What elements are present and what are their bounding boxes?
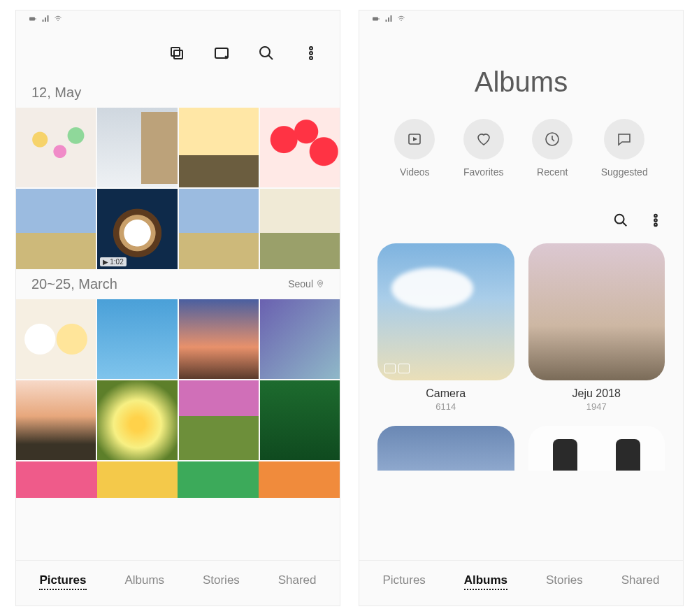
category-recent[interactable]: Recent [532, 119, 572, 178]
signal-icon [41, 15, 50, 23]
photo-thumb[interactable] [16, 299, 96, 379]
svg-rect-1 [36, 18, 36, 20]
date-header-1: 12, May [16, 78, 340, 108]
svg-line-17 [623, 222, 627, 227]
tab-stories[interactable]: Stories [203, 573, 240, 590]
tab-albums[interactable]: Albums [124, 573, 164, 590]
svg-point-9 [310, 57, 312, 59]
album-camera[interactable]: Camera 6114 [377, 243, 514, 412]
gif-icon[interactable] [212, 44, 231, 62]
photo-thumb[interactable] [97, 108, 177, 187]
wifi-icon [54, 15, 62, 23]
more-icon[interactable] [648, 213, 663, 231]
search-icon[interactable] [257, 44, 275, 62]
bottom-tabs: Pictures Albums Stories Shared [16, 560, 340, 606]
chat-icon [616, 131, 633, 148]
category-label: Suggested [601, 166, 648, 178]
photo-thumb[interactable] [16, 380, 96, 460]
heart-icon [475, 131, 492, 148]
svg-point-7 [310, 47, 312, 50]
album-title: Camera [426, 387, 466, 400]
photo-thumb[interactable] [97, 380, 177, 460]
signal-icon [384, 15, 393, 23]
photo-grid-1: ▶ 1:02 [16, 108, 340, 269]
album-count: 1947 [586, 401, 607, 412]
album-jeju[interactable]: Jeju 2018 1947 [528, 243, 665, 412]
svg-point-19 [654, 219, 657, 222]
category-suggested[interactable]: Suggested [601, 119, 648, 178]
photo-grid-2 [16, 299, 340, 499]
photo-thumb[interactable] [16, 108, 96, 187]
category-label: Videos [400, 166, 430, 178]
tab-shared[interactable]: Shared [621, 573, 660, 590]
page-title: Albums [359, 24, 683, 119]
tab-albums[interactable]: Albums [464, 573, 507, 590]
tab-stories[interactable]: Stories [546, 573, 583, 590]
category-favorites[interactable]: Favorites [463, 119, 504, 178]
date-header-2: 20~25, March Seoul [16, 269, 340, 299]
play-rect-icon [406, 131, 423, 148]
album-partial[interactable] [528, 426, 665, 471]
album-title: Jeju 2018 [572, 387, 621, 400]
wifi-icon [397, 15, 405, 23]
location-icon [316, 280, 324, 288]
svg-rect-3 [174, 50, 182, 59]
location-label: Seoul [288, 278, 324, 289]
category-videos[interactable]: Videos [394, 119, 435, 178]
photo-thumb[interactable] [260, 299, 340, 379]
album-count: 6114 [435, 401, 456, 412]
tab-pictures[interactable]: Pictures [39, 573, 86, 590]
photo-thumb[interactable] [260, 380, 340, 460]
svg-point-16 [615, 215, 624, 224]
tab-shared[interactable]: Shared [278, 573, 317, 590]
albums-toolbar [359, 206, 683, 243]
album-grid: Camera 6114 Jeju 2018 1947 [359, 243, 683, 412]
date-label: 12, May [31, 85, 81, 101]
photo-thumb[interactable] [16, 189, 96, 268]
svg-line-6 [268, 55, 273, 59]
photo-thumb[interactable] [179, 380, 259, 460]
svg-marker-14 [413, 137, 417, 141]
status-bar [359, 10, 683, 24]
more-icon[interactable] [302, 44, 320, 62]
album-grid-partial [359, 412, 683, 471]
status-bar [16, 10, 340, 24]
category-label: Favorites [463, 166, 504, 178]
date-label: 20~25, March [31, 276, 117, 292]
battery-icon [29, 15, 37, 23]
svg-point-5 [260, 47, 270, 57]
photo-thumb[interactable] [260, 108, 340, 187]
svg-rect-12 [379, 18, 380, 20]
phone-pictures: 12, May ▶ 1:02 20~25, March Seoul Pictur… [15, 10, 340, 606]
album-partial[interactable] [377, 426, 514, 471]
clock-icon [544, 131, 561, 148]
category-row: Videos Favorites Recent Suggested [359, 119, 683, 206]
battery-icon [372, 15, 380, 23]
svg-rect-0 [29, 17, 35, 21]
svg-point-20 [654, 224, 657, 227]
bottom-tabs: Pictures Albums Stories Shared [359, 560, 683, 606]
category-label: Recent [537, 166, 568, 178]
search-icon[interactable] [613, 213, 628, 231]
tab-pictures[interactable]: Pictures [382, 573, 425, 590]
phone-albums: Albums Videos Favorites Recent Suggested… [359, 10, 684, 606]
svg-rect-2 [171, 48, 180, 56]
photo-thumb[interactable] [97, 299, 177, 379]
svg-rect-11 [373, 17, 378, 21]
photo-thumb[interactable] [16, 461, 340, 498]
photo-thumb[interactable]: ▶ 1:02 [97, 189, 177, 268]
stack-icon[interactable] [168, 44, 186, 62]
svg-point-18 [654, 215, 657, 217]
photo-thumb[interactable] [179, 299, 259, 379]
photo-thumb[interactable] [179, 189, 259, 268]
photo-thumb[interactable] [260, 189, 340, 268]
album-type-badge [384, 364, 410, 373]
svg-point-10 [319, 282, 322, 285]
svg-point-8 [310, 52, 312, 55]
top-toolbar [16, 24, 340, 78]
photo-thumb[interactable] [179, 108, 259, 187]
video-badge: ▶ 1:02 [100, 257, 126, 266]
